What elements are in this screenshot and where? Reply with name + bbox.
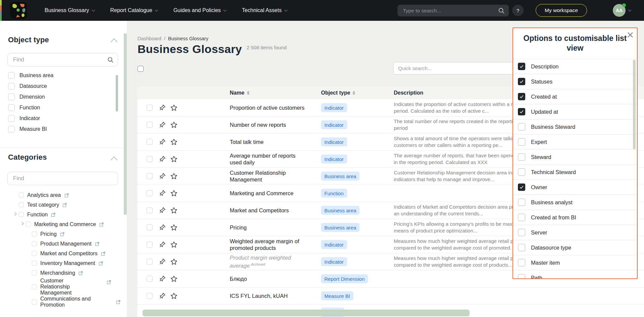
row-checkbox[interactable] [147, 293, 153, 299]
row-checkbox[interactable] [147, 242, 153, 248]
object-type-badge[interactable]: Function [321, 189, 347, 198]
checkbox[interactable] [518, 168, 525, 176]
pin-icon[interactable] [159, 224, 166, 231]
row-checkbox[interactable] [147, 156, 153, 162]
item-name[interactable]: Pricing [230, 224, 307, 231]
category-tree-item[interactable]: Market and Competitors [0, 249, 121, 258]
checkbox[interactable] [19, 202, 24, 207]
checkbox[interactable] [518, 183, 525, 191]
object-type-badge[interactable]: Indicator [321, 240, 347, 249]
categories-find-input[interactable] [13, 175, 114, 182]
row-checkbox[interactable] [147, 224, 153, 230]
checkbox[interactable] [518, 138, 525, 146]
expand-chevron-icon[interactable] [18, 222, 25, 227]
checkbox[interactable] [32, 300, 37, 305]
category-tree-item[interactable]: Product Management [0, 239, 121, 249]
category-tree-item[interactable]: Pricing [0, 229, 121, 239]
object-type-badge[interactable]: Measure BI [321, 292, 354, 301]
checkbox[interactable] [32, 284, 37, 289]
panel-option-row[interactable]: Description [513, 59, 637, 74]
star-icon[interactable] [170, 207, 178, 214]
column-header-object-type[interactable]: Object type [321, 87, 355, 99]
panel-option-row[interactable]: Created at [513, 89, 637, 104]
nav-report-catalogue[interactable]: Report Catalogue [110, 7, 158, 13]
my-workspace-button[interactable]: My workspace [536, 4, 587, 17]
checkbox[interactable] [518, 153, 525, 161]
nav-guides-policies[interactable]: Guides and Policies [173, 7, 226, 13]
star-icon[interactable] [170, 224, 178, 231]
panel-option-row[interactable]: Steward [513, 149, 637, 164]
search-icon[interactable] [498, 7, 505, 14]
star-icon[interactable] [170, 104, 178, 112]
breadcrumb-dashboard[interactable]: Dashboard [138, 36, 161, 41]
object-type-badge[interactable]: Business area [321, 206, 360, 215]
panel-option-row[interactable]: Created at from BI [513, 210, 637, 225]
panel-option-row[interactable]: Master item [513, 255, 637, 270]
row-checkbox[interactable] [147, 207, 153, 213]
avatar[interactable]: AA [613, 4, 626, 17]
horizontal-scrollbar[interactable] [143, 310, 470, 316]
collapse-categories-icon[interactable] [111, 157, 117, 163]
pin-icon[interactable] [159, 190, 166, 197]
star-icon[interactable] [170, 138, 178, 146]
checkbox[interactable] [32, 251, 37, 256]
checkbox[interactable] [518, 108, 525, 115]
item-name[interactable]: Total talk time [230, 139, 307, 145]
pin-icon[interactable] [159, 258, 166, 265]
checkbox[interactable] [518, 274, 525, 279]
column-header-name[interactable]: Name [230, 87, 250, 99]
pin-icon[interactable] [159, 172, 166, 180]
help-button[interactable]: ? [512, 5, 524, 16]
row-checkbox[interactable] [147, 122, 153, 128]
row-checkbox[interactable] [147, 190, 153, 196]
star-icon[interactable] [170, 121, 178, 129]
external-link-icon[interactable] [99, 261, 103, 266]
category-tree-item[interactable]: Inventory Management [0, 258, 121, 268]
pin-icon[interactable] [159, 292, 166, 300]
pin-icon[interactable] [159, 138, 166, 146]
object-type-badge[interactable]: Indicator [321, 257, 347, 266]
app-logo-icon[interactable] [10, 2, 27, 19]
external-link-icon[interactable] [99, 222, 104, 227]
panel-option-row[interactable]: Technical Steward [513, 164, 637, 179]
star-icon[interactable] [170, 258, 178, 266]
object-type-badge[interactable]: Indicator [321, 155, 347, 164]
panel-scrollbar[interactable] [633, 60, 636, 149]
item-name[interactable]: Proportion of active customers [230, 104, 307, 111]
category-tree-item[interactable]: Function [0, 210, 121, 219]
external-link-icon[interactable] [95, 242, 100, 246]
external-link-icon[interactable] [62, 203, 67, 207]
checkbox[interactable] [19, 212, 24, 217]
row-checkbox[interactable] [147, 276, 153, 282]
star-icon[interactable] [170, 241, 178, 249]
sort-icon[interactable] [353, 91, 355, 95]
checkbox[interactable] [518, 199, 525, 206]
object-type-badge[interactable]: Indicator [321, 103, 347, 112]
panel-option-row[interactable]: Statuses [513, 74, 637, 89]
object-type-badge[interactable]: Business area [321, 223, 360, 232]
item-name[interactable]: Product margin weighted averageArchived [230, 254, 307, 269]
external-link-icon[interactable] [78, 271, 83, 275]
panel-option-row[interactable]: Server [513, 225, 637, 240]
star-icon[interactable] [170, 190, 178, 197]
object-type-item[interactable]: Business area [0, 70, 116, 81]
checkbox[interactable] [26, 222, 31, 227]
sort-icon[interactable] [247, 91, 250, 95]
panel-option-row[interactable]: Business analyst [513, 195, 637, 210]
row-checkbox[interactable] [147, 105, 153, 111]
row-checkbox[interactable] [147, 139, 153, 145]
object-type-badge[interactable]: Indicator [321, 120, 347, 129]
nav-business-glossary[interactable]: Business Glossary [45, 7, 95, 13]
object-type-item[interactable]: Dimension [0, 92, 116, 102]
checkbox[interactable] [8, 94, 15, 100]
item-name[interactable]: Market and Competitors [230, 207, 307, 214]
row-checkbox[interactable] [147, 173, 153, 179]
account-menu[interactable]: AA [613, 4, 631, 17]
category-tree-item[interactable]: Test category [0, 200, 121, 210]
panel-option-row[interactable]: Business Steward [513, 119, 637, 134]
checkbox[interactable] [518, 214, 525, 221]
external-link-icon[interactable] [101, 251, 106, 256]
checkbox[interactable] [32, 270, 37, 275]
sidebar-scrollbar[interactable] [124, 34, 127, 215]
nav-technical-assets[interactable]: Technical Assets [242, 7, 287, 13]
